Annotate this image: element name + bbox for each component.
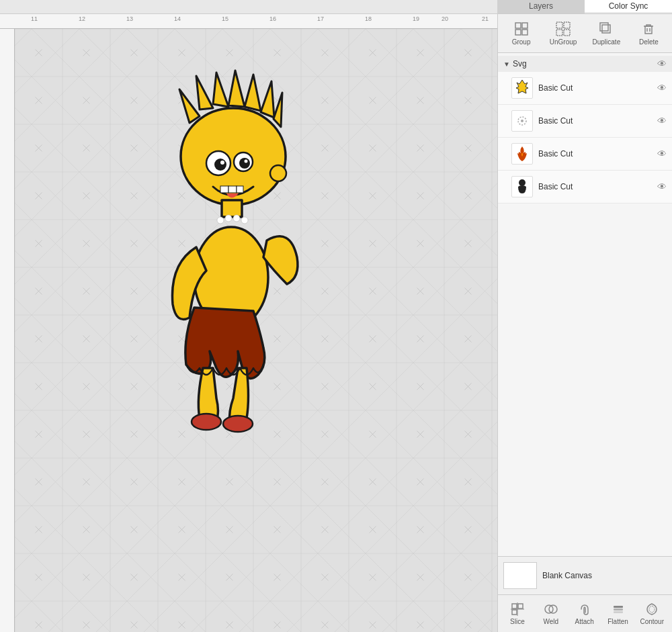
ungroup-label: UnGroup [550, 38, 577, 46]
svg-marker-4 [228, 71, 245, 107]
svg-rect-32 [556, 30, 562, 36]
svg-marker-1 [179, 89, 200, 123]
tab-layers[interactable]: Layers [497, 0, 585, 13]
ruler-left [0, 29, 15, 632]
svg-point-25 [241, 217, 248, 224]
contour-button[interactable]: Contour [636, 599, 668, 628]
svg-rect-51 [614, 611, 623, 613]
delete-icon [640, 21, 657, 37]
slice-icon [510, 602, 525, 617]
svg-marker-3 [213, 73, 228, 107]
contour-label: Contour [640, 618, 664, 625]
svg-rect-8 [222, 200, 242, 217]
svg-point-17 [245, 160, 248, 163]
svg-marker-6 [261, 81, 274, 118]
svg-rect-43 [518, 604, 523, 608]
top-bar-left [0, 0, 497, 13]
group-icon [513, 21, 530, 37]
blank-canvas-thumb [503, 562, 537, 589]
ruler-mark-17: 17 [317, 15, 324, 22]
layer-thumb-4 [511, 176, 533, 197]
layer-item-1[interactable]: Basic Cut 👁 [498, 72, 672, 105]
svg-rect-50 [614, 608, 623, 611]
svg-point-23 [225, 215, 232, 222]
svg-rect-33 [564, 30, 570, 36]
svg-rect-27 [522, 23, 528, 28]
panel-toolbar: Group UnGroup Duplicate [498, 14, 672, 53]
svg-rect-42 [512, 604, 517, 608]
tab-color-sync[interactable]: Color Sync [585, 0, 672, 13]
ruler-top: 11 12 13 14 15 16 17 18 19 20 21 [0, 14, 497, 29]
layers-panel: ▼ Svg 👁 Basic Cut 👁 [498, 53, 672, 556]
svg-group-arrow: ▼ [503, 60, 510, 68]
blank-canvas-row[interactable]: Blank Canvas [498, 556, 672, 594]
group-button[interactable]: Group [505, 18, 538, 48]
attach-button[interactable]: Attach [569, 599, 600, 628]
duplicate-label: Duplicate [593, 38, 621, 46]
svg-point-22 [217, 217, 224, 224]
ruler-mark-15: 15 [222, 15, 228, 22]
ruler-mark-13: 13 [126, 15, 133, 22]
ruler-mark-20: 20 [442, 15, 448, 22]
svg-point-21 [270, 165, 286, 181]
layer-item-4[interactable]: Basic Cut 👁 [498, 171, 672, 204]
ungroup-button[interactable]: UnGroup [546, 18, 581, 48]
main-area: 11 12 13 14 15 16 17 18 19 20 21 [0, 14, 672, 632]
delete-button[interactable]: Delete [632, 18, 665, 48]
ruler-mark-18: 18 [365, 15, 372, 22]
duplicate-icon [598, 21, 614, 37]
svg-point-15 [239, 158, 250, 169]
svg-marker-5 [245, 75, 261, 111]
svg-group-header[interactable]: ▼ Svg 👁 [498, 56, 672, 72]
ruler-mark-11: 11 [31, 15, 38, 22]
slice-button[interactable]: Slice [502, 599, 533, 628]
svg-point-16 [220, 161, 224, 165]
ruler-mark-19: 19 [413, 15, 419, 22]
contour-icon [644, 602, 659, 617]
lisa-svg [122, 69, 337, 445]
svg-rect-19 [228, 186, 237, 193]
layer-label-1: Basic Cut [538, 83, 657, 93]
layer-label-3: Basic Cut [538, 149, 657, 159]
top-bar: Layers Color Sync [0, 0, 672, 14]
attach-icon [577, 602, 592, 617]
layer-item-3[interactable]: Basic Cut 👁 [498, 138, 672, 171]
layer-label-4: Basic Cut [538, 182, 657, 191]
layer-eye-icon-4[interactable]: 👁 [657, 181, 667, 192]
flatten-icon [611, 602, 626, 617]
canvas-area: 11 12 13 14 15 16 17 18 19 20 21 [0, 14, 497, 632]
svg-rect-49 [614, 606, 623, 608]
ruler-mark-12: 12 [79, 15, 85, 22]
layer-eye-icon-3[interactable]: 👁 [657, 148, 667, 159]
flatten-button[interactable]: Flatten [603, 599, 634, 628]
svg-rect-26 [515, 23, 521, 28]
ungroup-icon [555, 21, 571, 37]
svg-rect-35 [600, 23, 608, 31]
svg-rect-31 [564, 22, 570, 28]
layer-eye-icon-2[interactable]: 👁 [657, 116, 667, 126]
layer-thumb-1 [511, 77, 533, 99]
svg-rect-34 [602, 25, 610, 33]
layer-thumb-2 [511, 110, 533, 132]
weld-icon [544, 602, 558, 617]
delete-label: Delete [639, 38, 659, 46]
layer-eye-icon-1[interactable]: 👁 [657, 83, 667, 93]
svg-group-eye-icon[interactable]: 👁 [657, 58, 667, 69]
svg-rect-28 [515, 30, 521, 35]
svg-rect-36 [645, 26, 652, 34]
right-panel: Group UnGroup Duplicate [497, 14, 672, 632]
svg-rect-44 [512, 610, 517, 615]
svg-point-10 [192, 414, 221, 430]
weld-button[interactable]: Weld [536, 599, 566, 628]
svg-rect-20 [237, 186, 243, 193]
svg-rect-18 [220, 186, 228, 193]
layer-item-2[interactable]: Basic Cut 👁 [498, 105, 672, 138]
svg-marker-7 [274, 93, 282, 127]
group-label: Group [512, 38, 531, 46]
attach-label: Attach [575, 618, 594, 625]
duplicate-button[interactable]: Duplicate [589, 18, 625, 48]
canvas-viewport [15, 29, 497, 632]
svg-marker-2 [196, 76, 213, 109]
blank-canvas-label: Blank Canvas [542, 571, 592, 580]
weld-label: Weld [544, 618, 559, 625]
